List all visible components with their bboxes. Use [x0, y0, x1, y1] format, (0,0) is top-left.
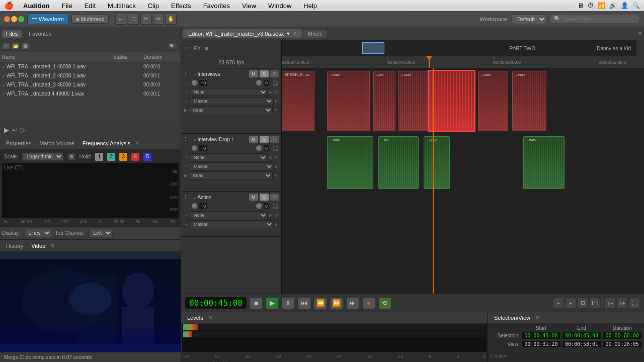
interviews-clip-active[interactable] — [428, 70, 475, 132]
send-config-icon3[interactable]: ⚙ — [274, 213, 278, 218]
send-expand-icon[interactable]: ▶ — [269, 89, 272, 95]
track-expand-icon2[interactable]: ⋮⋮ — [183, 137, 192, 142]
close-editor-tab-icon[interactable]: ✕ — [292, 30, 297, 37]
fast-forward-button[interactable]: ⏩ — [330, 297, 343, 309]
auto-select-interviews[interactable]: Read — [189, 106, 273, 114]
menu-file[interactable]: File — [59, 1, 75, 11]
pause-button[interactable]: ⏸ — [282, 297, 295, 309]
zoom-out-button[interactable]: − — [553, 298, 564, 309]
tab-properties[interactable]: Properties — [2, 139, 35, 147]
view-start[interactable]: 00:00:31:20 — [521, 340, 561, 348]
headphones-icon2[interactable]: 🎧 — [272, 146, 278, 151]
menu-clip[interactable]: Clip — [145, 1, 162, 11]
menu-audition[interactable]: Audition — [21, 1, 52, 11]
close-editor-icon[interactable]: ✕ — [637, 30, 642, 37]
new-file-button[interactable]: + — [2, 43, 10, 50]
editor-tab-mixer[interactable]: Mixer — [303, 30, 327, 38]
editor-tab-main[interactable]: Editor: WFL_trailer_master_v3.0a.sesx ▼ … — [183, 29, 302, 38]
selection-start[interactable]: 00:00:45:08 — [521, 332, 561, 339]
panel-menu-icon[interactable]: ≡ — [176, 31, 179, 37]
send-select-action[interactable]: None — [190, 211, 268, 219]
menu-window[interactable]: Window — [266, 1, 294, 11]
interviews-clip-3[interactable]: ...wav — [398, 71, 431, 131]
play-preview-button[interactable]: ▶ — [4, 126, 9, 134]
hold-1-button[interactable]: 1 — [95, 153, 103, 161]
master-expand-icon3[interactable]: ▶ — [275, 222, 278, 227]
interviews-clip-0[interactable]: SPEED_F...av — [282, 71, 314, 131]
pan-knob-drop[interactable] — [256, 145, 263, 152]
tab-files[interactable]: Files — [2, 30, 22, 38]
loop-preview-button[interactable]: ↩ — [12, 126, 18, 134]
hand-tool-button[interactable]: ✋ — [166, 14, 177, 25]
full-screen-button[interactable]: ⛶ — [629, 298, 640, 309]
send-expand-icon2[interactable]: ▶ — [269, 155, 272, 160]
view-end[interactable]: 00:00:58:01 — [562, 340, 602, 348]
menu-view[interactable]: View — [239, 1, 259, 11]
open-file-button[interactable]: 📂 — [12, 43, 20, 50]
track-mute-button-drop[interactable]: M — [249, 136, 258, 143]
master-select-drop[interactable]: Master — [190, 162, 274, 170]
interviews-clip-5[interactable]: ...wav — [478, 71, 508, 131]
list-item[interactable]: ♪ WFL TRA...xtracted 4 48000 1.wav 00:00… — [0, 89, 181, 99]
waveform-button[interactable]: 〜 Waveform — [27, 14, 68, 24]
overview-selection-bar[interactable] — [362, 42, 384, 54]
headphones-icon[interactable]: 🎧 — [272, 80, 278, 86]
list-item[interactable]: ♪ WFL TRA...xtracted_1 48000 1.wav 00:00… — [0, 62, 181, 71]
close-video-tab-icon[interactable]: ✕ — [50, 243, 54, 248]
levels-menu-icon[interactable]: ≡ — [482, 315, 486, 321]
view-duration[interactable]: 00:00:26:05 — [602, 340, 642, 348]
fx-icon[interactable]: FX — [194, 45, 201, 51]
headphones-icon3[interactable]: 🎧 — [272, 204, 278, 209]
drop-clip-2[interactable]: ...wav — [424, 136, 450, 189]
tab-selection-view[interactable]: Selection/View — [490, 314, 534, 322]
zoom-reset-button[interactable]: 1:1 — [589, 298, 600, 309]
search-icon[interactable]: 🔍 — [632, 2, 640, 9]
send-config-icon[interactable]: ⚙ — [274, 89, 278, 95]
tab-levels[interactable]: Levels — [183, 314, 207, 322]
close-selection-icon[interactable]: ✕ — [535, 315, 539, 320]
tab-video[interactable]: Video — [27, 242, 49, 250]
track-mute-button-interviews[interactable]: M — [249, 70, 258, 77]
volume-knob-interviews[interactable] — [191, 79, 198, 86]
send-config-icon2[interactable]: ⚙ — [274, 155, 278, 160]
menu-multitrack[interactable]: Multitrack — [105, 1, 138, 11]
track-solo-button-interviews[interactable]: S — [260, 70, 269, 77]
close-levels-icon[interactable]: ✕ — [208, 315, 212, 320]
menu-edit[interactable]: Edit — [82, 1, 98, 11]
track-expand-icon[interactable]: ⋮⋮ — [183, 71, 192, 76]
move-tool-button[interactable]: ↔ — [115, 14, 126, 25]
track-record-button-action[interactable]: R — [270, 194, 279, 201]
menu-effects[interactable]: Effects — [169, 1, 194, 11]
display-select[interactable]: Lines — [24, 229, 51, 237]
master-select-action[interactable]: Master — [190, 220, 274, 228]
play-button[interactable]: ▶ — [266, 297, 279, 309]
vertical-zoom-in-button[interactable]: ↕+ — [617, 298, 628, 309]
pencil-tool-button[interactable]: ✏ — [153, 14, 164, 25]
delete-file-button[interactable]: 🗑 — [21, 43, 29, 50]
eq-icon[interactable]: ≡ — [205, 45, 208, 51]
track-solo-button-action[interactable]: S — [260, 194, 269, 201]
selection-menu-icon[interactable]: ≡ — [639, 315, 642, 321]
volume-knob-action[interactable] — [191, 203, 198, 210]
top-channel-select[interactable]: Left — [89, 229, 113, 237]
hold-3-button[interactable]: 3 — [119, 153, 127, 161]
hold-2-button[interactable]: 2 — [107, 153, 115, 161]
list-item[interactable]: ♪ WFL TRA...xtracted_2 48000 1.wav 00:00… — [0, 71, 181, 80]
track-solo-button-drop[interactable]: S — [260, 136, 269, 143]
search-input[interactable] — [563, 16, 633, 22]
record-button[interactable]: ● — [362, 297, 375, 309]
stop-button[interactable]: ■ — [250, 297, 263, 309]
send-select-drop[interactable]: None — [190, 153, 268, 161]
close-freq-tab-icon[interactable]: ✕ — [135, 140, 139, 146]
master-expand-icon2[interactable]: ▶ — [275, 164, 278, 169]
loop-icon[interactable]: ↩ — [185, 45, 190, 51]
autoplay-button[interactable]: ▷ — [21, 126, 26, 134]
to-start-button[interactable]: ⏮ — [298, 297, 311, 309]
auto-select-drop[interactable]: Read — [189, 171, 273, 179]
timeline-overview[interactable]: ↩ FX ≡ Danny as a Kid PART TWO + — [181, 40, 644, 56]
pan-knob-interviews[interactable] — [256, 79, 263, 86]
drop-clip-1[interactable]: ...av — [378, 136, 419, 189]
master-select-interviews[interactable]: Master — [190, 97, 274, 105]
freq-settings-button[interactable]: ⚙ — [67, 153, 75, 160]
editor-tab-dropdown-icon[interactable]: ▼ — [286, 31, 290, 36]
